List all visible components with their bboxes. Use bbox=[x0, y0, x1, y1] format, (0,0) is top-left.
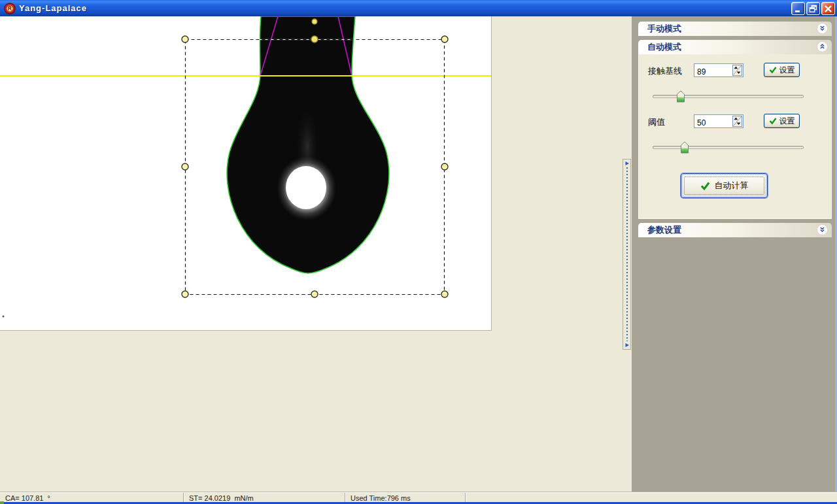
section-header-auto-mode[interactable]: 自动模式 bbox=[638, 40, 832, 54]
baseline-input[interactable] bbox=[694, 64, 735, 78]
handle-bottom-center[interactable] bbox=[311, 291, 318, 297]
chevron-down-icon[interactable] bbox=[817, 224, 828, 235]
threshold-slider-track[interactable] bbox=[653, 146, 804, 149]
minimize-icon bbox=[794, 5, 802, 13]
auto-mode-panel: 接触基线 设置 bbox=[638, 54, 832, 219]
section-header-manual-mode[interactable]: 手动模式 bbox=[638, 22, 832, 36]
baseline-slider[interactable] bbox=[653, 90, 804, 103]
splitter-arrow-top-icon bbox=[624, 161, 630, 166]
rotation-handle[interactable] bbox=[312, 19, 317, 24]
status-used-time: Used Time:796 ms bbox=[345, 493, 466, 503]
threshold-input[interactable] bbox=[694, 115, 735, 129]
handle-top-left[interactable] bbox=[182, 36, 188, 42]
resize-grip bbox=[0, 501, 4, 504]
handle-bottom-left[interactable] bbox=[182, 291, 188, 297]
check-icon bbox=[769, 66, 777, 74]
threshold-set-button[interactable]: 设置 bbox=[764, 114, 800, 128]
auto-calculate-button[interactable]: 自动计算 bbox=[681, 173, 768, 198]
drop-image bbox=[0, 16, 491, 330]
status-contact-angle: CA= 107.81 ° bbox=[0, 493, 184, 503]
baseline-field bbox=[694, 63, 743, 77]
section-title: 自动模式 bbox=[647, 42, 681, 52]
chevron-down-icon[interactable] bbox=[817, 23, 828, 34]
handle-top-right[interactable] bbox=[441, 36, 448, 42]
app-window: Yang-Lapalace bbox=[0, 0, 837, 504]
minimize-button[interactable] bbox=[791, 2, 805, 15]
window-title: Yang-Lapalace bbox=[19, 3, 87, 13]
threshold-spinner[interactable] bbox=[732, 116, 742, 127]
chevron-up-icon[interactable] bbox=[817, 41, 828, 52]
check-icon bbox=[769, 117, 777, 125]
restore-button[interactable] bbox=[806, 2, 820, 15]
task-pane: 手动模式 自动模式 接触基线 bbox=[632, 16, 837, 492]
client-area: 手动模式 自动模式 接触基线 bbox=[0, 16, 837, 504]
drop-highlight bbox=[286, 166, 326, 209]
app-icon bbox=[4, 3, 16, 14]
threshold-label: 阈值 bbox=[648, 116, 665, 128]
handle-mid-left[interactable] bbox=[182, 163, 188, 170]
section-title: 参数设置 bbox=[647, 225, 681, 235]
baseline-slider-track[interactable] bbox=[653, 95, 804, 98]
image-viewport bbox=[0, 16, 492, 331]
check-icon bbox=[700, 181, 710, 191]
section-header-parameter-settings[interactable]: 参数设置 bbox=[638, 223, 832, 237]
title-bar: Yang-Lapalace bbox=[0, 0, 837, 16]
baseline-label: 接触基线 bbox=[648, 65, 682, 77]
handle-top-center[interactable] bbox=[311, 36, 318, 42]
baseline-slider-thumb[interactable] bbox=[677, 90, 685, 103]
status-bar: CA= 107.81 ° ST= 24.0219 mN/m Used Time:… bbox=[0, 492, 837, 503]
handle-bottom-right[interactable] bbox=[441, 291, 448, 297]
handle-mid-right[interactable] bbox=[441, 163, 448, 170]
threshold-slider-thumb[interactable] bbox=[681, 141, 689, 154]
baseline-spinner[interactable] bbox=[732, 65, 742, 76]
close-button[interactable] bbox=[821, 2, 835, 15]
splitter-bar[interactable] bbox=[623, 159, 631, 350]
status-empty bbox=[466, 493, 837, 503]
close-icon bbox=[824, 5, 832, 13]
status-surface-tension: ST= 24.0219 mN/m bbox=[184, 493, 345, 503]
threshold-field bbox=[694, 114, 743, 128]
splitter-arrow-bottom-icon bbox=[624, 343, 630, 348]
baseline-set-button[interactable]: 设置 bbox=[764, 63, 800, 77]
threshold-slider[interactable] bbox=[653, 141, 804, 154]
splitter-dots bbox=[626, 167, 628, 341]
restore-icon bbox=[809, 5, 817, 13]
stray-dot bbox=[3, 316, 5, 318]
section-title: 手动模式 bbox=[647, 24, 681, 33]
